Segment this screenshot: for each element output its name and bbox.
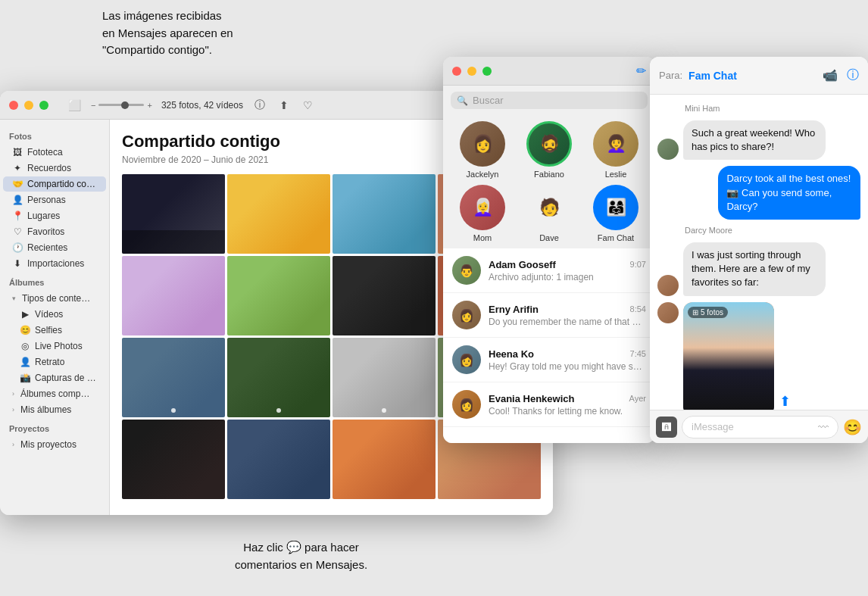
sidebar-section-albumes: Álbumes [0,272,109,290]
chat-input-bar: 🅰 iMessage 〰 😊 [650,410,868,443]
personas-icon: 👤 [12,195,23,205]
sidebar-item-personas[interactable]: 👤 Personas [3,192,106,208]
contact-bubble-mom[interactable]: 👩‍🦳 Mom [452,185,513,242]
sidebar-item-videos[interactable]: ▶ Vídeos [3,307,106,322]
contact-bubble-leslie[interactable]: 👩‍🦱 Leslie [585,121,646,179]
sidebar-item-compartido[interactable]: 🤝 Compartido con... [3,176,106,192]
conv-item-adam[interactable]: 👨 Adam Gooseff 9:07 Archivo adjunto: 1 i… [443,248,655,293]
photo-message-container: ⊞ 5 fotos ⬆ [683,302,774,410]
photo-cell[interactable] [227,420,330,499]
msg-row-darcy1: I was just sorting through them. Here ar… [657,242,860,296]
share-icon[interactable]: ⬆ [276,98,292,113]
conv-avatar-evania: 👩 [452,390,481,419]
sidebar-item-live[interactable]: ◎ Live Photos [3,339,106,354]
sidebar-item-favoritos[interactable]: ♡ Favoritos [3,224,106,239]
photo-cell[interactable] [333,174,436,254]
importaciones-icon: ⬇ [12,258,23,269]
recuerdos-icon: ✦ [12,163,23,173]
zoom-slider[interactable]: − + [91,101,152,110]
recientes-icon: 🕐 [12,242,23,253]
sidebar-section-proyectos: Proyectos [0,418,109,436]
retrato-icon: 👤 [20,357,30,367]
annotation-bottom: Haz clic 💬 para hacercomentarios en Mens… [235,538,367,574]
msg-row-darcy-photo: ⊞ 5 fotos ⬆ [657,302,860,410]
fototeca-icon: 🖼 [12,147,23,158]
close-button[interactable] [9,101,18,110]
photo-cell[interactable] [227,174,330,254]
sender-name-darcy: Darcy Moore [657,226,860,235]
compose-icon[interactable]: ✏ [636,64,646,78]
contact-avatar-fabiano: 🧔 [526,121,572,167]
messages-maximize-button[interactable] [482,67,492,76]
video-call-icon[interactable]: 📹 [823,68,838,83]
chevron-right-icon3: › [12,441,14,448]
photo-cell[interactable] [227,256,330,335]
msg-bubble-outgoing1: Darcy took all the best ones! 📷 Can you … [718,166,860,220]
messages-minimize-button[interactable] [467,67,476,76]
conv-item-heena[interactable]: 👩 Heena Ko 7:45 Hey! Gray told me you mi… [443,338,655,382]
info-circle-icon[interactable]: ⓘ [847,67,859,83]
sidebar-item-capturas[interactable]: 📸 Capturas de pa... [3,370,106,385]
maximize-button[interactable] [39,101,48,110]
sidebar-item-tipos[interactable]: ▾ Tipos de contenido [3,291,106,306]
app-store-icon[interactable]: 🅰 [656,417,677,438]
photo-message[interactable]: ⊞ 5 fotos [683,302,774,410]
photo-cell[interactable] [122,420,225,499]
minimize-button[interactable] [24,101,33,110]
sidebar-item-importaciones[interactable]: ⬇ Importaciones [3,256,106,271]
sidebar-item-mis-albumes[interactable]: › Mis álbumes [3,402,106,417]
msg-bubble-miniham: Such a great weekend! Who has pics to sh… [683,120,826,160]
sidebar-item-recientes[interactable]: 🕐 Recientes [3,240,106,255]
chevron-right-icon: › [12,390,14,398]
info-icon[interactable]: ⓘ [252,98,267,113]
contact-bubble-famchat[interactable]: 👨‍👩‍👧 Fam Chat [585,185,646,242]
sidebar-item-lugares[interactable]: 📍 Lugares [3,208,106,223]
photo-cell[interactable] [122,174,225,254]
photo-cell[interactable] [122,256,225,335]
messages-titlebar: ✏ [443,57,655,86]
selfies-icon: 😊 [20,325,30,335]
chevron-right-icon2: › [12,406,14,413]
photo-cell[interactable] [333,338,436,417]
messages-close-button[interactable] [452,67,461,76]
contact-bubble-jackelyn[interactable]: 👩 Jackelyn [452,121,513,179]
contact-avatar-jackelyn: 👩 [460,121,505,167]
sidebar-item-fototeca[interactable]: 🖼 Fototeca [3,145,106,160]
messages-window: ✏ 🔍 Buscar 👩 Jackelyn 🧔 Fabiano 👩‍🦱 Lesl… [443,57,655,443]
sidebar-item-mis-proyectos[interactable]: › Mis proyectos [3,437,106,452]
audio-wave-icon: 〰 [818,421,829,433]
contact-avatar-leslie: 👩‍🦱 [593,121,639,167]
photo-cell[interactable] [122,338,225,417]
sidebar-toggle-icon[interactable]: ⬜ [67,98,82,113]
search-icon: 🔍 [457,95,468,106]
chat-input-field[interactable]: iMessage 〰 [682,416,838,438]
sidebar-item-selfies[interactable]: 😊 Selfies [3,323,106,338]
sidebar-item-albumes-compartidos[interactable]: › Álbumes compart... [3,386,106,401]
sidebar-item-retrato[interactable]: 👤 Retrato [3,354,106,370]
photo-cell[interactable] [227,338,330,417]
conv-avatar-heena: 👩 [452,345,481,374]
conv-item-erny[interactable]: 👩 Erny Arifin 8:54 Do you remember the n… [443,293,655,338]
annotation-top: Las imágenes recibidas en Mensajes apare… [102,8,233,59]
emoji-icon[interactable]: 😊 [843,418,862,436]
msg-avatar-darcy [657,275,679,296]
search-bar[interactable]: 🔍 Buscar [451,92,648,109]
conv-item-evania[interactable]: 👩 Evania Henkewich Ayer Cool! Thanks for… [443,382,655,427]
msg-row-miniham: Such a great weekend! Who has pics to sh… [657,120,860,160]
share-photo-icon[interactable]: ⬆ [779,393,791,410]
favorite-icon[interactable]: ♡ [301,98,316,113]
photo-cell[interactable] [333,420,436,499]
contact-bubbles: 👩 Jackelyn 🧔 Fabiano 👩‍🦱 Leslie 👩‍🦳 Mom … [443,115,655,248]
search-container[interactable]: 🔍 Buscar [443,86,655,115]
chat-window: Para: Fam Chat 📹 ⓘ Mini Ham Such a great… [650,57,868,443]
contact-avatar-mom: 👩‍🦳 [460,185,505,230]
sidebar-item-recuerdos[interactable]: ✦ Recuerdos [3,161,106,176]
chevron-down-icon: ▾ [12,295,16,302]
msg-row-outgoing1: Darcy took all the best ones! 📷 Can you … [657,166,860,220]
contact-bubble-dave[interactable]: 🧑 Dave [519,185,579,242]
photo-cell[interactable] [333,256,436,335]
conv-avatar-erny: 👩 [452,301,481,329]
msg-avatar-miniham [657,139,679,160]
contact-bubble-fabiano[interactable]: 🧔 Fabiano [519,121,579,179]
msg-avatar-darcy2 [657,302,679,323]
